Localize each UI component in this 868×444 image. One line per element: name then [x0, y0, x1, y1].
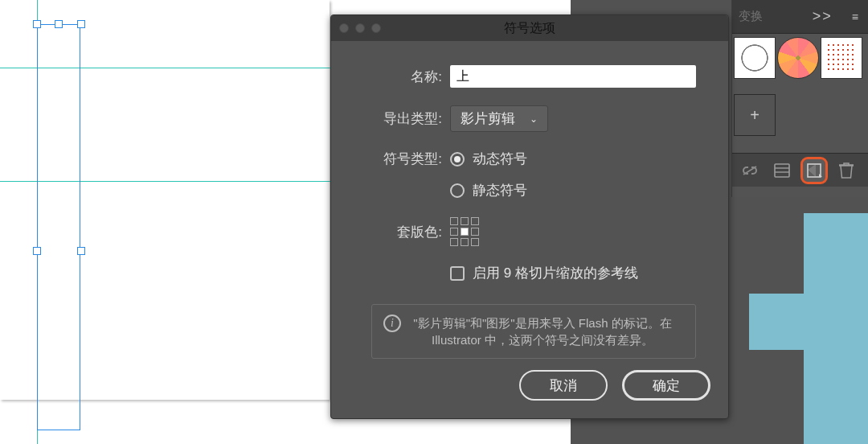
export-type-select[interactable]: 影片剪辑 ⌄	[450, 105, 548, 132]
selection-handle[interactable]	[77, 247, 85, 255]
svg-point-1	[738, 41, 771, 74]
checkbox-9slice[interactable]	[450, 266, 465, 281]
dialog-buttons: 取消 确定	[331, 370, 728, 418]
radio-dynamic-label: 动态符号	[473, 150, 527, 168]
info-text: "影片剪辑"和"图形"是用来导入 Flash 的标记。在 Illustrator…	[412, 314, 673, 348]
radio-dynamic-row[interactable]: 动态符号	[450, 150, 527, 168]
selection-handle[interactable]	[55, 20, 63, 28]
selection-handle[interactable]	[77, 20, 85, 28]
svg-point-3	[737, 40, 772, 76]
registration-center[interactable]	[461, 228, 469, 236]
svg-point-2	[737, 40, 772, 76]
label-9slice: 启用 9 格切片缩放的参考线	[473, 264, 638, 282]
symbol-options-dialog: 符号选项 名称: 导出类型: 影片剪辑 ⌄ 符号类型: 动态符号 静	[330, 14, 729, 419]
panel-menu-icon[interactable]: ≡	[849, 10, 862, 23]
radio-static-row[interactable]: 静态符号	[450, 181, 527, 199]
info-box: i "影片剪辑"和"图形"是用来导入 Flash 的标记。在 Illustrat…	[371, 304, 696, 359]
panel-tab-transform[interactable]: 变换	[739, 9, 763, 24]
label-export-type: 导出类型:	[371, 109, 442, 128]
svg-point-8	[738, 41, 771, 74]
radio-static-label: 静态符号	[473, 181, 527, 199]
symbol-spirograph[interactable]	[734, 37, 776, 79]
symbols-grid: +	[732, 34, 868, 153]
minimize-icon[interactable]	[355, 23, 365, 33]
row-export-type: 导出类型: 影片剪辑 ⌄	[371, 105, 696, 132]
svg-point-4	[739, 43, 769, 72]
name-input[interactable]	[450, 65, 696, 88]
svg-point-5	[739, 43, 769, 72]
guide-vertical[interactable]	[37, 0, 38, 444]
label-name: 名称:	[371, 68, 442, 86]
panel-tabbar: 变换 >> ≡	[732, 0, 868, 34]
pasteboard-artwork	[804, 213, 868, 444]
zoom-icon[interactable]	[371, 23, 381, 33]
trash-icon[interactable]	[835, 159, 858, 182]
row-symbol-type: 符号类型: 动态符号 静态符号	[371, 150, 696, 199]
symbols-panel: 变换 >> ≡ +	[731, 0, 868, 197]
row-registration: 套版色:	[371, 217, 696, 246]
symbol-dotted[interactable]	[821, 37, 862, 79]
row-name: 名称:	[371, 65, 696, 88]
dialog-title: 符号选项	[504, 20, 555, 37]
symbol-gerbera[interactable]	[777, 37, 819, 79]
symbol-add-placeholder[interactable]: +	[734, 94, 776, 136]
dialog-titlebar[interactable]: 符号选项	[331, 15, 728, 41]
selection-handle[interactable]	[33, 20, 41, 28]
label-symbol-type: 符号类型:	[371, 150, 442, 168]
dialog-body: 名称: 导出类型: 影片剪辑 ⌄ 符号类型: 动态符号 静态符号	[331, 41, 728, 370]
radio-static[interactable]	[450, 183, 465, 198]
info-icon: i	[383, 314, 401, 332]
artboard	[0, 0, 330, 400]
registration-grid[interactable]	[450, 217, 479, 246]
ok-button[interactable]: 确定	[622, 370, 710, 401]
break-link-icon[interactable]	[739, 159, 761, 182]
svg-point-6	[737, 40, 772, 76]
row-9slice[interactable]: 启用 9 格切片缩放的参考线	[450, 264, 696, 282]
label-registration: 套版色:	[371, 223, 442, 241]
panel-more[interactable]: >>	[813, 8, 833, 25]
svg-point-7	[737, 40, 772, 76]
cancel-button[interactable]: 取消	[519, 370, 608, 401]
close-icon[interactable]	[339, 23, 349, 33]
svg-rect-10	[775, 164, 789, 177]
window-controls[interactable]	[339, 23, 381, 33]
radio-dynamic[interactable]	[450, 152, 465, 166]
panel-actions-row	[732, 153, 868, 187]
chevron-down-icon: ⌄	[530, 113, 538, 125]
export-type-value: 影片剪辑	[461, 109, 515, 128]
new-symbol-icon[interactable]	[803, 159, 825, 182]
selection-handle[interactable]	[33, 247, 41, 255]
symbol-options-icon[interactable]	[771, 159, 793, 182]
